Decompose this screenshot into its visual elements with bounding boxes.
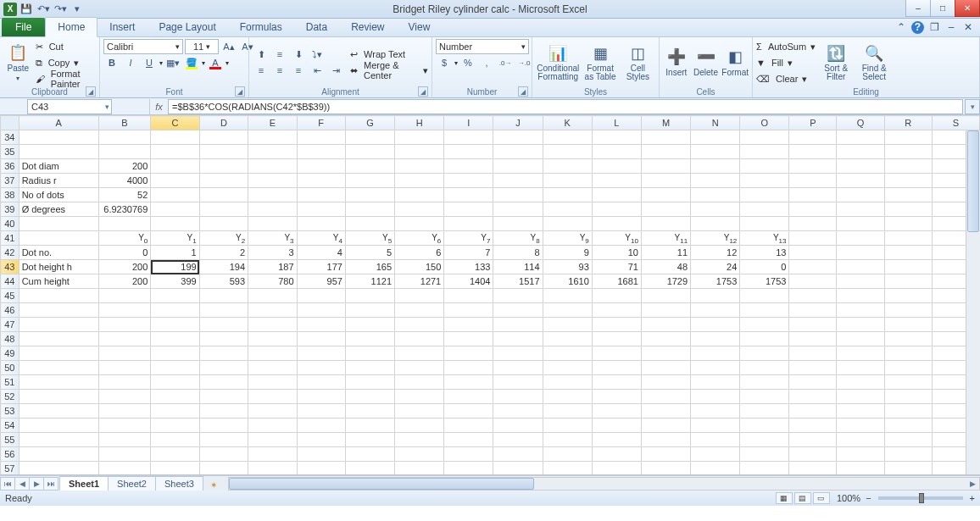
cell-I57[interactable] [444,462,493,475]
cell-N55[interactable] [691,433,740,447]
cell-F41[interactable]: Y4 [297,231,345,246]
cell-O57[interactable] [740,462,789,475]
paste-button[interactable]: 📋Paste▾ [3,40,33,86]
cell-J56[interactable] [493,447,543,462]
cell-N48[interactable] [691,332,740,346]
col-header-L[interactable]: L [592,116,641,130]
row-header-51[interactable]: 51 [1,375,19,390]
currency-button[interactable]: $ [436,55,453,70]
row-header-53[interactable]: 53 [1,404,19,418]
cell-P44[interactable] [789,274,837,289]
cell-H35[interactable] [395,145,444,159]
hscroll-thumb[interactable] [229,478,534,490]
cell-R44[interactable] [884,274,932,289]
format-cells-button[interactable]: ◧Format [721,40,749,86]
clipboard-launcher[interactable]: ◢ [86,86,96,97]
row-header-47[interactable]: 47 [1,318,19,332]
cell-R51[interactable] [884,375,932,390]
cell-O34[interactable] [740,130,789,145]
hscroll-right[interactable]: ▶ [966,478,979,490]
cell-D44[interactable]: 593 [199,274,248,289]
cell-J34[interactable] [493,130,543,145]
cell-R53[interactable] [884,404,932,418]
cell-J53[interactable] [493,404,543,418]
cell-I39[interactable] [444,202,493,217]
cell-A43[interactable]: Dot height h [19,260,98,274]
cell-Q55[interactable] [837,433,884,447]
cell-I38[interactable] [444,188,493,202]
comma-button[interactable]: , [478,55,495,70]
cell-D38[interactable] [199,188,248,202]
cell-J40[interactable] [493,217,543,231]
cell-Q41[interactable] [837,231,884,246]
col-header-O[interactable]: O [740,116,789,130]
cell-P50[interactable] [789,361,837,375]
cell-D51[interactable] [199,375,248,390]
cell-H48[interactable] [395,332,444,346]
cell-E38[interactable] [248,188,297,202]
cell-M42[interactable]: 11 [641,246,690,260]
cell-H42[interactable]: 6 [395,246,444,260]
cell-H51[interactable] [395,375,444,390]
cell-M45[interactable] [641,289,690,303]
cell-C49[interactable] [151,346,199,361]
cell-L55[interactable] [592,433,641,447]
cell-B50[interactable] [98,361,151,375]
decrease-indent-button[interactable]: ⇤ [309,63,326,78]
mdi-minimize-icon[interactable]: – [944,20,958,34]
undo-icon[interactable]: ↶▾ [36,2,51,17]
col-header-N[interactable]: N [691,116,740,130]
cell-F34[interactable] [297,130,345,145]
tab-data[interactable]: Data [294,18,339,36]
cell-P48[interactable] [789,332,837,346]
cell-D42[interactable]: 2 [199,246,248,260]
col-header-G[interactable]: G [345,116,394,130]
file-tab[interactable]: File [2,18,45,36]
cell-Q54[interactable] [837,418,884,433]
cell-P41[interactable] [789,231,837,246]
zoom-in-button[interactable]: + [970,493,975,503]
cell-M46[interactable] [641,303,690,318]
cell-A41[interactable] [19,231,98,246]
fx-button[interactable]: fx [149,99,168,114]
cell-G44[interactable]: 1121 [345,274,394,289]
cell-B44[interactable]: 200 [98,274,151,289]
sheet-nav-next[interactable]: ▶ [29,477,44,491]
cell-C57[interactable] [151,462,199,475]
cell-E46[interactable] [248,303,297,318]
cell-D56[interactable] [199,447,248,462]
cell-J35[interactable] [493,145,543,159]
cell-F46[interactable] [297,303,345,318]
cell-L36[interactable] [592,159,641,174]
cell-D57[interactable] [199,462,248,475]
cell-E36[interactable] [248,159,297,174]
cell-M47[interactable] [641,318,690,332]
cell-O56[interactable] [740,447,789,462]
cell-L44[interactable]: 1681 [592,274,641,289]
cell-G36[interactable] [345,159,394,174]
cell-F48[interactable] [297,332,345,346]
font-launcher[interactable]: ◢ [235,86,245,97]
align-center-button[interactable]: ≡ [271,63,288,78]
window-restore-icon[interactable]: ❐ [927,20,941,34]
cell-C54[interactable] [151,418,199,433]
cell-B51[interactable] [98,375,151,390]
cell-K34[interactable] [543,130,592,145]
tab-review[interactable]: Review [339,18,396,36]
cell-I56[interactable] [444,447,493,462]
cell-F54[interactable] [297,418,345,433]
qat-more-icon[interactable]: ▾ [70,2,85,17]
cell-F43[interactable]: 177 [297,260,345,274]
cell-G55[interactable] [345,433,394,447]
row-header-41[interactable]: 41 [1,231,19,246]
cell-G35[interactable] [345,145,394,159]
cell-O38[interactable] [740,188,789,202]
cell-E56[interactable] [248,447,297,462]
cell-R47[interactable] [884,318,932,332]
cell-J45[interactable] [493,289,543,303]
cell-C41[interactable]: Y1 [151,231,199,246]
fill-button[interactable]: ▼ Fill ▾ [756,55,816,70]
cell-M54[interactable] [641,418,690,433]
cell-P47[interactable] [789,318,837,332]
cell-E48[interactable] [248,332,297,346]
